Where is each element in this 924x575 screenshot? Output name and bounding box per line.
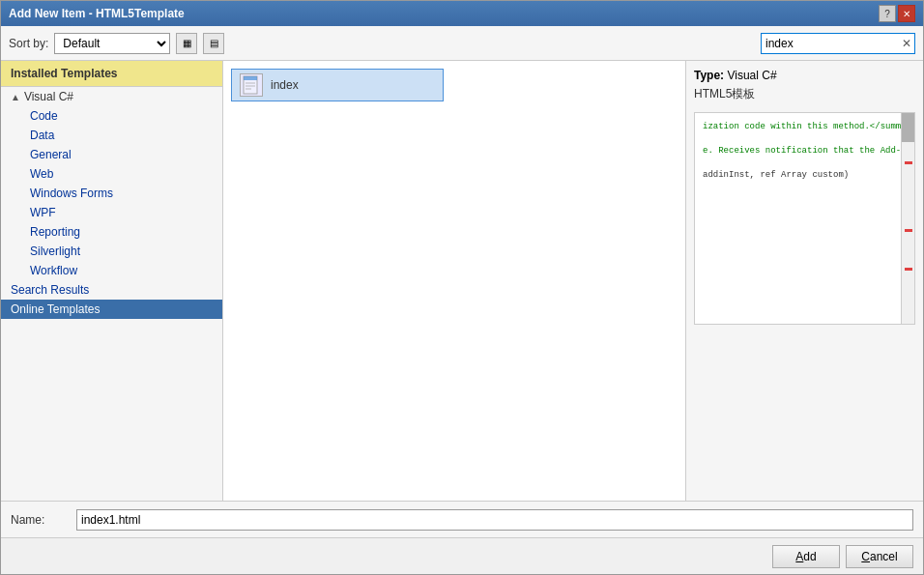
scroll-marker-1 (905, 161, 912, 164)
sidebar-item-data-label: Data (30, 129, 54, 142)
sidebar-item-windows-forms[interactable]: Windows Forms (20, 184, 222, 203)
tree-arrow: ▲ (11, 92, 20, 102)
preview-area: Type: Visual C# HTML5模板 ization code wit… (686, 61, 923, 501)
template-icon (240, 73, 263, 97)
template-item[interactable]: index (231, 69, 444, 101)
top-bar: Sort by: Default ▦ ▤ ✕ (1, 26, 923, 61)
dialog-title: Add New Item - HTML5Template (9, 7, 185, 20)
action-bar: Add Cancel (1, 537, 923, 574)
scroll-marker-3 (905, 268, 912, 271)
add-new-item-dialog: Add New Item - HTML5Template ? ✕ Sort by… (0, 0, 924, 575)
sidebar-header: Installed Templates (1, 61, 222, 87)
sidebar-item-workflow[interactable]: Workflow (20, 261, 222, 280)
sidebar-item-workflow-label: Workflow (30, 264, 77, 277)
search-box: ✕ (761, 33, 915, 54)
name-bar: Name: (1, 501, 923, 537)
sidebar: Installed Templates ▲ Visual C# Code Dat… (1, 61, 223, 501)
sidebar-item-search-results-label: Search Results (11, 283, 89, 297)
template-item-name: index (271, 78, 299, 92)
sidebar-item-wpf[interactable]: WPF (20, 203, 222, 222)
sidebar-item-data[interactable]: Data (20, 126, 222, 145)
sidebar-item-search-results[interactable]: Search Results (1, 280, 222, 300)
template-list: index (223, 61, 685, 501)
preview-description: HTML5模板 (694, 86, 915, 102)
sidebar-item-general-label: General (30, 148, 72, 161)
scrollbar-thumb (902, 113, 914, 142)
close-button[interactable]: ✕ (898, 5, 915, 22)
sidebar-item-web-label: Web (30, 167, 53, 181)
sidebar-item-silverlight[interactable]: Silverlight (20, 242, 222, 261)
cancel-button-label: Cancel (861, 550, 897, 563)
preview-type: Type: Visual C# (694, 69, 915, 82)
preview-code: ization code within this method.</summa … (695, 113, 914, 189)
sidebar-item-silverlight-label: Silverlight (30, 244, 80, 258)
scroll-marker-2 (905, 229, 912, 232)
preview-scrollbar[interactable] (901, 113, 914, 324)
view-list-button[interactable]: ▦ (176, 33, 197, 54)
add-button-label: Add (795, 550, 816, 563)
sidebar-item-reporting[interactable]: Reporting (20, 222, 222, 242)
sort-label: Sort by: (9, 37, 48, 50)
sidebar-item-windows-forms-label: Windows Forms (30, 187, 113, 200)
search-clear-icon[interactable]: ✕ (902, 37, 911, 50)
name-input[interactable] (76, 509, 913, 531)
type-label: Type: (694, 69, 724, 82)
sidebar-item-visual-csharp[interactable]: ▲ Visual C# (1, 87, 222, 106)
sidebar-item-label: Visual C# (24, 90, 73, 103)
sidebar-item-online-templates-label: Online Templates (11, 302, 101, 316)
sidebar-item-reporting-label: Reporting (30, 225, 80, 239)
sidebar-item-code[interactable]: Code (20, 106, 222, 126)
search-input[interactable] (761, 33, 915, 54)
sidebar-item-web[interactable]: Web (20, 164, 222, 184)
sidebar-item-general[interactable]: General (20, 145, 222, 164)
content-area: index (223, 61, 686, 501)
svg-rect-1 (244, 76, 257, 80)
name-label: Name: (11, 513, 69, 527)
main-area: Installed Templates ▲ Visual C# Code Dat… (1, 61, 923, 501)
type-value: Visual C# (727, 69, 776, 82)
sort-select[interactable]: Default (54, 33, 170, 54)
help-button[interactable]: ? (879, 5, 896, 22)
dialog-content: Sort by: Default ▦ ▤ ✕ Installed Templat… (1, 26, 923, 574)
view-details-button[interactable]: ▤ (203, 33, 224, 54)
cancel-button[interactable]: Cancel (846, 545, 913, 568)
sidebar-item-online-templates[interactable]: Online Templates (1, 300, 222, 319)
add-button[interactable]: Add (772, 545, 840, 568)
title-bar: Add New Item - HTML5Template ? ✕ (1, 1, 923, 26)
preview-image: ization code within this method.</summa … (694, 112, 915, 325)
tree-children: Code Data General Web Windows Forms (1, 106, 222, 280)
title-bar-controls: ? ✕ (879, 5, 915, 22)
sidebar-item-code-label: Code (30, 109, 58, 123)
sidebar-item-wpf-label: WPF (30, 206, 56, 219)
